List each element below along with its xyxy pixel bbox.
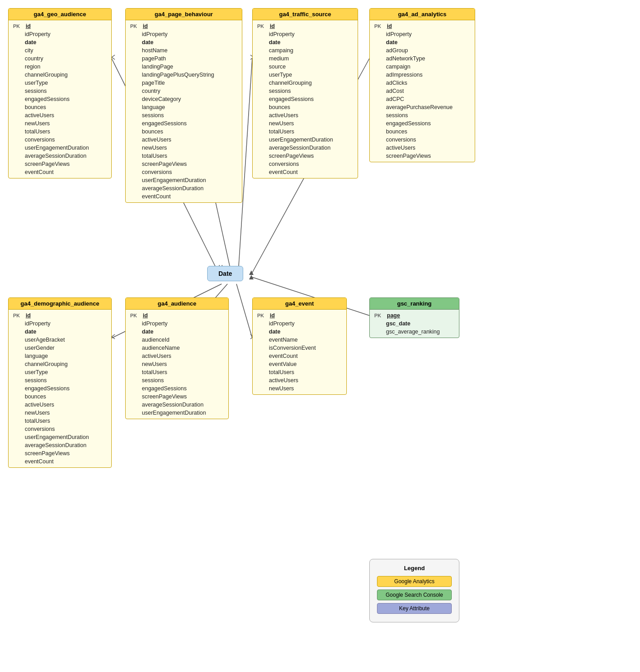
table-row: pagePath [126,55,242,63]
legend: Legend Google AnalyticsGoogle Search Con… [369,559,459,622]
table-row: PKid [253,22,358,30]
table-row: country [126,87,242,95]
table-row: sessions [9,376,111,384]
table-row: activeUsers [253,111,358,119]
table-row: PKid [9,22,111,30]
pk-field: id [270,23,275,29]
table-row: userEngagementDuration [253,136,358,144]
table-row: userEngagementDuration [126,409,228,417]
table-row: totalUsers [253,368,346,376]
table-row: userEngagementDuration [9,144,111,152]
table-row: sessions [9,87,111,95]
table-row: channelGrouping [9,360,111,368]
pk-field: id [387,23,392,29]
pk-field: id [270,312,275,319]
table-row: totalUsers [253,128,358,136]
table-header-gsc_ranking: gsc_ranking [370,298,459,310]
table-row: newUsers [253,119,358,128]
table-row: averageSessionDuration [9,152,111,160]
table-header-ga4_page_behaviour: ga4_page_behaviour [126,9,242,20]
table-row: hostName [126,46,242,55]
table-row: sessions [253,87,358,95]
pk-label: PK [130,23,140,29]
table-row: newUsers [126,144,242,152]
legend-item-ka: Key Attribute [377,603,452,614]
pk-label: PK [257,23,267,29]
table-row: PKid [370,22,475,30]
table-header-ga4_demographic_audience: ga4_demographic_audience [9,298,111,310]
table-row: activeUsers [370,144,475,152]
table-row: PKid [126,311,228,320]
table-header-ga4_event: ga4_event [253,298,346,310]
table-row: averageSessionDuration [9,441,111,449]
table-header-ga4_ad_analytics: ga4_ad_analytics [370,9,475,20]
table-row: activeUsers [126,136,242,144]
table-row: adGroup [370,46,475,55]
table-row: date [9,38,111,46]
table-row: eventCount [9,457,111,466]
table-row: activeUsers [253,376,346,384]
table-row: userGender [9,344,111,352]
table-row: totalUsers [126,368,228,376]
table-row: screenPageViews [126,160,242,168]
svg-line-15 [112,337,115,339]
legend-item-ga: Google Analytics [377,576,452,587]
legend-item-gsc: Google Search Console [377,590,452,600]
table-row: adClicks [370,79,475,87]
table-row: pageTitle [126,79,242,87]
table-header-ga4_geo_audience: ga4_geo_audience [9,9,111,20]
table-row: date [9,328,111,336]
table-row: eventCount [253,168,358,176]
pk-label: PK [13,23,23,29]
pk-label: PK [13,313,23,318]
table-row: idProperty [9,30,111,38]
pk-field: id [26,312,31,319]
diagram-container: ga4_geo_audiencePKididPropertydatecityco… [0,0,640,672]
date-label: Date [218,270,232,277]
table-row: engagedSessions [253,95,358,103]
table-header-ga4_traffic_source: ga4_traffic_source [253,9,358,20]
table-row: userType [9,368,111,376]
pk-field: id [143,312,148,319]
table-row: gsc_average_ranking [370,328,459,336]
table-row: idProperty [126,320,228,328]
table-row: country [9,55,111,63]
date-node: Date [207,266,243,281]
table-row: activeUsers [9,401,111,409]
table-row: deviceCategory [126,95,242,103]
table-row: PKid [9,311,111,320]
table-row: date [126,328,228,336]
table-row: campaign [370,63,475,71]
table-row: newUsers [126,360,228,368]
table-row: conversions [9,425,111,433]
table-row: adNetworkType [370,55,475,63]
table-row: isConversionEvent [253,344,346,352]
table-row: idProperty [370,30,475,38]
pk-label: PK [257,313,267,318]
svg-line-14 [112,334,115,337]
table-row: engagedSessions [9,95,111,103]
table-row: bounces [253,103,358,111]
table-row: language [9,352,111,360]
table-ga4_page_behaviour: ga4_page_behaviourPKididPropertydatehost… [125,8,242,203]
table-row: averageSessionDuration [253,144,358,152]
table-row: eventCount [253,352,346,360]
table-row: source [253,63,358,71]
table-row: eventValue [253,360,346,368]
table-row: averageSessionDuration [126,401,228,409]
table-row: conversions [126,168,242,176]
table-row: idProperty [9,320,111,328]
table-row: sessions [126,376,228,384]
table-ga4_demographic_audience: ga4_demographic_audiencePKididPropertyda… [8,297,112,468]
table-row: newUsers [9,409,111,417]
table-row: eventCount [126,192,242,201]
table-row: audienceName [126,344,228,352]
pk-label: PK [374,23,384,29]
table-row: idProperty [253,320,346,328]
table-header-ga4_audience: ga4_audience [126,298,228,310]
svg-line-1 [112,55,115,57]
table-row: region [9,63,111,71]
table-row: userType [9,79,111,87]
table-row: eventName [253,336,346,344]
table-row: screenPageViews [253,152,358,160]
